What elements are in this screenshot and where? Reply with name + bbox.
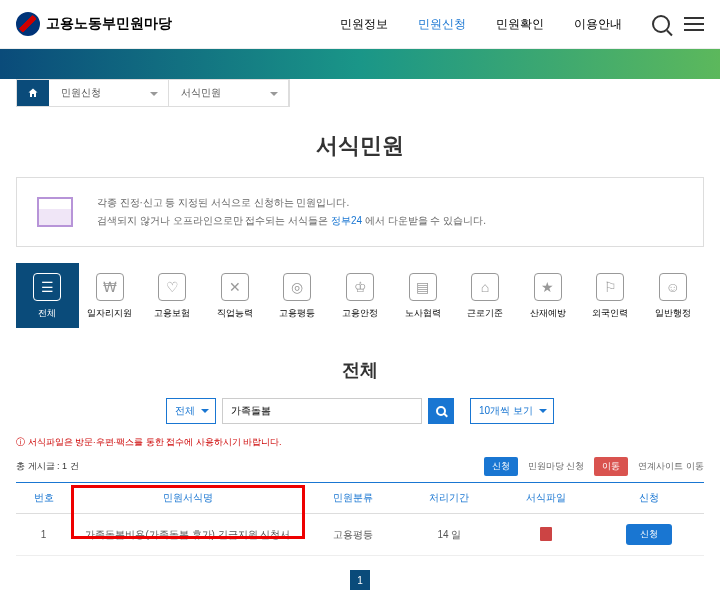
home-icon xyxy=(27,87,39,99)
cell-period: 14 일 xyxy=(401,514,497,556)
search-input[interactable] xyxy=(222,398,422,424)
main-nav: 민원정보 민원신청 민원확인 이용안내 xyxy=(340,16,622,33)
cell-no: 1 xyxy=(16,514,71,556)
cell-category: 고용평등 xyxy=(305,514,401,556)
logo-emblem-icon xyxy=(16,12,40,36)
th-name: 민원서식명 xyxy=(71,483,305,514)
cat-icon: ✕ xyxy=(221,273,249,301)
cat-general[interactable]: ☺일반행정 xyxy=(641,263,704,328)
cat-equality[interactable]: ◎고용평등 xyxy=(266,263,329,328)
legend-badge-apply: 신청 xyxy=(484,457,518,476)
page-title: 서식민원 xyxy=(0,107,720,177)
cat-all[interactable]: ☰전체 xyxy=(16,263,79,328)
file-download-icon[interactable] xyxy=(540,527,552,541)
cat-skill[interactable]: ✕직업능력 xyxy=(204,263,267,328)
cat-safety[interactable]: ★산재예방 xyxy=(516,263,579,328)
nav-item-info[interactable]: 민원정보 xyxy=(340,16,388,33)
table-row: 1 가족돌봄비용(가족돌봄 휴가) 긴급지원 신청서 고용평등 14 일 신청 xyxy=(16,514,704,556)
th-period: 처리기간 xyxy=(401,483,497,514)
cat-icon: ♔ xyxy=(346,273,374,301)
info-box: 각종 진정·신고 등 지정된 서식으로 신청하는 민원입니다. 검색되지 않거나… xyxy=(16,177,704,247)
result-table: 번호 민원서식명 민원분류 처리기간 서식파일 신청 1 가족돌봄비용(가족돌봄… xyxy=(16,482,704,556)
filter-select[interactable]: 전체 xyxy=(166,398,216,424)
search-button[interactable] xyxy=(428,398,454,424)
cat-icon: ▤ xyxy=(409,273,437,301)
perpage-select[interactable]: 10개씩 보기 xyxy=(470,398,554,424)
cat-icon: ☺ xyxy=(659,273,687,301)
search-row: 전체 10개씩 보기 xyxy=(0,398,720,436)
cat-labor-coop[interactable]: ▤노사협력 xyxy=(391,263,454,328)
info-line2: 검색되지 않거나 오프라인으로만 접수되는 서식들은 정부24 에서 다운받을 … xyxy=(97,212,486,230)
header-gradient xyxy=(0,49,720,79)
cat-insurance[interactable]: ♡고용보험 xyxy=(141,263,204,328)
th-action: 신청 xyxy=(594,483,704,514)
th-file: 서식파일 xyxy=(498,483,594,514)
gov24-link[interactable]: 정부24 xyxy=(331,215,362,226)
breadcrumb-level-1[interactable]: 민원신청 xyxy=(49,80,169,106)
cell-action: 신청 xyxy=(594,514,704,556)
cat-all-icon: ☰ xyxy=(33,273,61,301)
th-category: 민원분류 xyxy=(305,483,401,514)
breadcrumb-home[interactable] xyxy=(17,80,49,106)
cat-icon: ⌂ xyxy=(471,273,499,301)
breadcrumb-level-2[interactable]: 서식민원 xyxy=(169,80,289,106)
cat-icon: ♡ xyxy=(158,273,186,301)
legend-text-2: 연계사이트 이동 xyxy=(638,460,704,473)
cat-icon: ★ xyxy=(534,273,562,301)
form-notice: ⓘ 서식파일은 방문·우편·팩스를 통한 접수에 사용하시기 바랍니다. xyxy=(0,436,720,457)
page-current[interactable]: 1 xyxy=(350,570,370,590)
breadcrumb: 민원신청 서식민원 xyxy=(16,79,290,107)
cat-icon: ⚐ xyxy=(596,273,624,301)
nav-item-apply[interactable]: 민원신청 xyxy=(418,16,466,33)
pagination: 1 xyxy=(0,556,720,603)
nav-item-check[interactable]: 민원확인 xyxy=(496,16,544,33)
cat-job-support[interactable]: ₩일자리지원 xyxy=(79,263,142,328)
info-text: 각종 진정·신고 등 지정된 서식으로 신청하는 민원입니다. 검색되지 않거나… xyxy=(97,194,486,230)
hamburger-menu-icon[interactable] xyxy=(684,17,704,31)
legend-text-1: 민원마당 신청 xyxy=(528,460,585,473)
document-icon xyxy=(37,197,73,227)
cell-file xyxy=(498,514,594,556)
section-title: 전체 xyxy=(0,328,720,398)
apply-button[interactable]: 신청 xyxy=(626,524,672,545)
cell-name[interactable]: 가족돌봄비용(가족돌봄 휴가) 긴급지원 신청서 xyxy=(71,514,305,556)
cat-foreign[interactable]: ⚐외국인력 xyxy=(579,263,642,328)
magnifier-icon xyxy=(436,406,446,416)
category-bar: ☰전체 ₩일자리지원 ♡고용보험 ✕직업능력 ◎고용평등 ♔고용안정 ▤노사협력… xyxy=(16,263,704,328)
th-no: 번호 xyxy=(16,483,71,514)
cat-labor-std[interactable]: ⌂근로기준 xyxy=(454,263,517,328)
logo-text: 고용노동부민원마당 xyxy=(46,15,172,33)
legend-row: 총 게시글 : 1 건 신청 민원마당 신청 이동 연계사이트 이동 xyxy=(0,457,720,482)
search-icon[interactable] xyxy=(652,15,670,33)
cat-stability[interactable]: ♔고용안정 xyxy=(329,263,392,328)
cat-icon: ₩ xyxy=(96,273,124,301)
info-line1: 각종 진정·신고 등 지정된 서식으로 신청하는 민원입니다. xyxy=(97,194,486,212)
legend-badge-move: 이동 xyxy=(594,457,628,476)
cat-icon: ◎ xyxy=(283,273,311,301)
site-logo[interactable]: 고용노동부민원마당 xyxy=(16,12,172,36)
nav-item-guide[interactable]: 이용안내 xyxy=(574,16,622,33)
table-header-row: 번호 민원서식명 민원분류 처리기간 서식파일 신청 xyxy=(16,483,704,514)
result-count: 총 게시글 : 1 건 xyxy=(16,460,79,473)
